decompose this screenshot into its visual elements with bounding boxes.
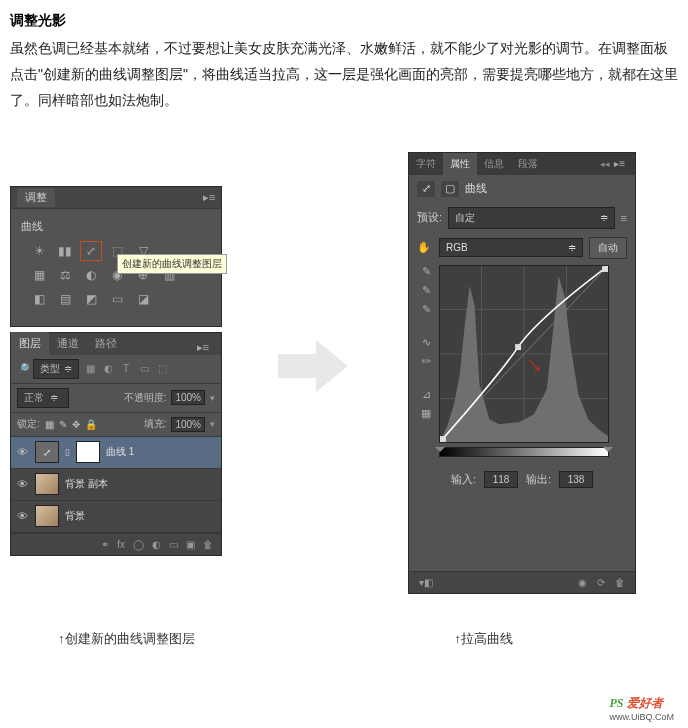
preset-select[interactable]: 自定≑ [448, 207, 615, 229]
svg-rect-11 [602, 266, 608, 272]
lock-paint-icon[interactable]: ✎ [59, 419, 67, 430]
layer-row[interactable]: 👁 ⤢ ▯ 曲线 1 [11, 437, 221, 469]
properties-panel: 字符 属性 信息 段落 ◂◂ ▸≡ ⤢ ▢ 曲线 预设: 自定≑ ≡ ✋ RGB… [408, 152, 636, 594]
visibility-icon[interactable]: 👁 [15, 446, 29, 458]
output-value[interactable]: 138 [559, 471, 593, 488]
filter-pixel-icon[interactable]: ▦ [83, 362, 97, 376]
adjustments-panel: 调整 ▸≡ 曲线 ☀ ▮▮ ⤢ ⬚ ▽ ▦ ⚖ ◐ ◉ ⊕ ▥ ◧ ▤ [10, 186, 222, 327]
tab-layers[interactable]: 图层 [11, 332, 49, 355]
preset-menu-icon[interactable]: ≡ [621, 212, 627, 224]
clip-icon[interactable]: ▦ [421, 407, 431, 420]
tab-character[interactable]: 字符 [409, 153, 443, 175]
target-adjust-icon[interactable]: ✋ [417, 241, 433, 254]
properties-title: 曲线 [465, 181, 487, 196]
layer-thumb [35, 505, 59, 527]
adjustments-section-label: 曲线 [21, 219, 213, 234]
opacity-label: 不透明度: [124, 391, 167, 405]
input-label: 输入: [451, 472, 476, 487]
panel-menu-icon[interactable]: ▸≡ [607, 154, 632, 173]
filter-type-icon[interactable]: T [119, 362, 133, 376]
dropdown-icon[interactable]: ▾ [210, 393, 215, 403]
svg-rect-10 [515, 344, 521, 350]
hue-icon[interactable]: ▦ [29, 266, 49, 284]
folder-icon[interactable]: ▭ [169, 539, 178, 550]
eyedropper-black-icon[interactable]: ✎ [422, 265, 431, 278]
fill-label: 填充: [144, 417, 167, 431]
layer-name: 背景 [65, 509, 85, 523]
eyedropper-white-icon[interactable]: ✎ [422, 303, 431, 316]
caption-left: ↑创建新的曲线调整图层 [58, 630, 195, 648]
view-previous-icon[interactable]: ◉ [578, 577, 587, 588]
trash-icon[interactable]: 🗑 [615, 577, 625, 588]
tab-channels[interactable]: 通道 [49, 332, 87, 355]
svg-rect-9 [440, 436, 446, 442]
lock-move-icon[interactable]: ✥ [72, 419, 80, 430]
filter-shape-icon[interactable]: ▭ [137, 362, 151, 376]
curves-graph[interactable] [439, 265, 609, 443]
output-label: 输出: [526, 472, 551, 487]
selective-color-icon[interactable]: ◪ [133, 290, 153, 308]
input-gradient[interactable] [439, 447, 609, 457]
mask-icon[interactable]: ◯ [133, 539, 144, 550]
visibility-icon[interactable]: 👁 [15, 478, 29, 490]
arrow-right-icon [278, 336, 348, 396]
visibility-icon[interactable]: 👁 [15, 510, 29, 522]
curves-icon[interactable]: ⤢ [81, 242, 101, 260]
adjustments-tab[interactable]: 调整 [17, 188, 55, 207]
fill-value[interactable]: 100% [171, 417, 205, 432]
layer-name: 背景 副本 [65, 477, 108, 491]
levels-icon[interactable]: ▮▮ [55, 242, 75, 260]
tab-properties[interactable]: 属性 [443, 153, 477, 175]
gradient-map-icon[interactable]: ▭ [107, 290, 127, 308]
tab-paragraph[interactable]: 段落 [511, 153, 545, 175]
point-tool-icon[interactable]: ∿ [422, 336, 431, 349]
article-title: 调整光影 [10, 12, 678, 30]
panel-menu-icon[interactable]: ▸≡ [189, 337, 217, 358]
trash-icon[interactable]: 🗑 [203, 539, 213, 550]
smooth-icon[interactable]: ⊿ [422, 388, 431, 401]
layer-row[interactable]: 👁 背景 [11, 501, 221, 533]
mask-thumb[interactable] [76, 441, 100, 463]
panel-menu-icon[interactable]: ▸≡ [203, 191, 217, 203]
eyedropper-gray-icon[interactable]: ✎ [422, 284, 431, 297]
caption-right: ↑拉高曲线 [455, 630, 514, 648]
mask-icon[interactable]: ▢ [441, 181, 459, 197]
colbal-icon[interactable]: ⚖ [55, 266, 75, 284]
threshold-icon[interactable]: ◩ [81, 290, 101, 308]
layer-name: 曲线 1 [106, 445, 134, 459]
link-icon[interactable]: ▯ [65, 447, 70, 457]
link-layers-icon[interactable]: ⚭ [101, 539, 109, 550]
posterize-icon[interactable]: ▤ [55, 290, 75, 308]
dropdown-icon[interactable]: ▾ [210, 419, 215, 429]
layer-thumb [35, 473, 59, 495]
new-adjustment-icon[interactable]: ◐ [152, 539, 161, 550]
blend-mode-select[interactable]: 正常≑ [17, 388, 69, 408]
layer-row[interactable]: 👁 背景 副本 [11, 469, 221, 501]
tab-paths[interactable]: 路径 [87, 332, 125, 355]
preset-label: 预设: [417, 210, 442, 225]
reset-icon[interactable]: ⟳ [597, 577, 605, 588]
brightness-icon[interactable]: ☀ [29, 242, 49, 260]
tab-info[interactable]: 信息 [477, 153, 511, 175]
watermark: PS 爱好者 www.UiBQ.CoM [609, 695, 674, 722]
search-icon[interactable]: 🔎 [17, 363, 29, 374]
pencil-tool-icon[interactable]: ✏ [422, 355, 431, 368]
clip-to-layer-icon[interactable]: ▾◧ [419, 577, 433, 588]
filter-smart-icon[interactable]: ⬚ [155, 362, 169, 376]
curves-tooltip: 创建新的曲线调整图层 [117, 254, 227, 274]
channel-select[interactable]: RGB≑ [439, 238, 583, 257]
new-layer-icon[interactable]: ▣ [186, 539, 195, 550]
input-value[interactable]: 118 [484, 471, 518, 488]
lock-all-icon[interactable]: 🔒 [85, 419, 97, 430]
auto-button[interactable]: 自动 [589, 237, 627, 259]
bw-icon[interactable]: ◐ [81, 266, 101, 284]
opacity-value[interactable]: 100% [171, 390, 205, 405]
svg-marker-0 [278, 340, 348, 392]
filter-type-select[interactable]: 类型≑ [33, 359, 79, 379]
invert-icon[interactable]: ◧ [29, 290, 49, 308]
filter-adj-icon[interactable]: ◐ [101, 362, 115, 376]
lock-transparency-icon[interactable]: ▦ [45, 419, 54, 430]
article-body: 虽然色调已经基本就绪，不过要想让美女皮肤充满光泽、水嫩鲜活，就不能少了对光影的调… [10, 36, 678, 114]
curves-thumb-icon: ⤢ [35, 441, 59, 463]
fx-icon[interactable]: fx [117, 539, 125, 550]
